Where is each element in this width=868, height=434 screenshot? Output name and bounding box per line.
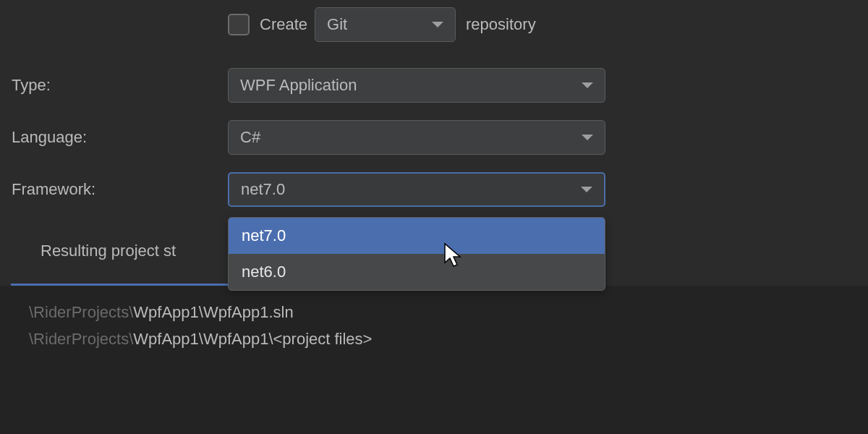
language-dropdown-value: C# [240,128,260,147]
framework-dropdown-value: net7.0 [241,180,285,199]
path-dim-segment: \RiderProjects\ [29,303,133,321]
project-path-line: \RiderProjects\WpfApp1\WpfApp1.sln [29,299,839,326]
create-repo-label: Create [260,15,307,34]
language-dropdown[interactable]: C# [228,120,605,155]
chevron-down-icon [581,187,592,192]
framework-option-net7[interactable]: net7.0 [229,218,605,254]
create-repo-checkbox[interactable] [228,14,250,35]
chevron-down-icon [432,22,443,27]
project-structure-panel: \RiderProjects\WpfApp1\WpfApp1.sln \Ride… [0,286,868,434]
framework-label: Framework: [12,180,95,198]
path-dim-segment: \RiderProjects\ [29,330,133,348]
type-dropdown-value: WPF Application [240,76,357,95]
path-rest-segment: WpfApp1\WpfApp1\<project files> [133,330,372,348]
chevron-down-icon [582,82,593,88]
framework-option-net6[interactable]: net6.0 [229,254,605,290]
language-label: Language: [12,128,87,146]
repository-label: repository [466,15,536,34]
vcs-dropdown[interactable]: Git [315,7,456,42]
vcs-dropdown-value: Git [327,15,347,34]
path-rest-segment: WpfApp1\WpfApp1.sln [133,303,293,321]
framework-dropdown-panel: net7.0 net6.0 [228,217,605,291]
project-path-line: \RiderProjects\WpfApp1\WpfApp1\<project … [29,326,839,352]
type-dropdown[interactable]: WPF Application [228,68,605,103]
type-label: Type: [12,76,51,94]
resulting-structure-heading: Resulting project st [41,242,176,260]
chevron-down-icon [582,135,593,140]
framework-dropdown[interactable]: net7.0 [228,172,605,207]
